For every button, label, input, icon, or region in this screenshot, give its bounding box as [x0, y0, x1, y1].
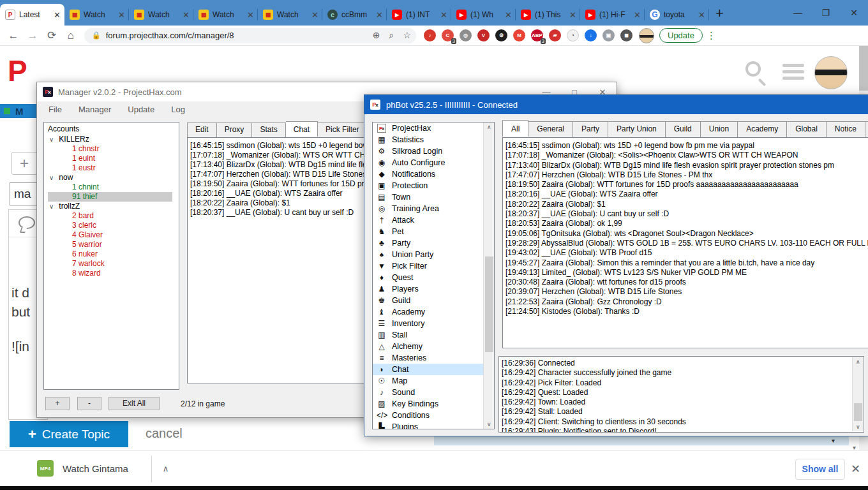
- tire-extension-icon[interactable]: ◎: [460, 29, 472, 41]
- manager-tab-stats[interactable]: Stats: [252, 122, 285, 138]
- chat-tab-party-union[interactable]: Party Union: [608, 121, 666, 138]
- scroll-up-icon[interactable]: ∧: [856, 359, 860, 365]
- phbot-item-academy[interactable]: ♝ Academy: [373, 306, 484, 318]
- gmail-extension-icon[interactable]: M: [513, 29, 525, 41]
- phbot-titlebar[interactable]: Px phBot v25.2.5 - IIIIIIIIIII - Connect…: [364, 95, 868, 114]
- editor-add-button[interactable]: +: [11, 152, 37, 175]
- cancel-link[interactable]: cancel: [146, 426, 183, 441]
- tab-toyota[interactable]: G toyota ✕: [645, 4, 709, 26]
- show-all-button[interactable]: Show all: [795, 459, 845, 480]
- downloader-extension-icon[interactable]: ↓: [585, 29, 597, 41]
- remove-account-button[interactable]: -: [77, 397, 101, 410]
- chat-tab-global[interactable]: Global: [787, 121, 827, 138]
- character-euint[interactable]: 1 euint: [48, 154, 179, 163]
- tab-watch-1[interactable]: ▦ Watch ✕: [64, 4, 129, 26]
- phbot-item-guild[interactable]: ♚ Guild: [373, 295, 484, 306]
- manager-tab-edit[interactable]: Edit: [187, 122, 217, 138]
- phbot-item-silkroad-login[interactable]: ⚙ Silkroad Login: [373, 145, 484, 157]
- phbot-item-pet[interactable]: ♞ Pet: [373, 226, 484, 237]
- phbot-item-chat[interactable]: ◗ Chat: [373, 364, 484, 375]
- forum-logo[interactable]: P: [8, 54, 27, 88]
- account-group-now[interactable]: now: [48, 173, 179, 182]
- tab-close-icon[interactable]: ✕: [311, 10, 318, 20]
- scrollbar-thumb[interactable]: [859, 46, 868, 91]
- shield-extension-icon[interactable]: V: [477, 29, 490, 41]
- puzzle-extension-icon[interactable]: ◼: [620, 29, 632, 41]
- phbot-item-inventory[interactable]: ☰ Inventory: [373, 318, 484, 329]
- window-maximize-button[interactable]: ❐: [812, 8, 840, 18]
- window-minimize-button[interactable]: —: [784, 8, 812, 18]
- sidebar-scrollbar[interactable]: ∧ ∨: [483, 122, 494, 429]
- back-button[interactable]: ←: [4, 29, 23, 42]
- phbot-item-key-bindings[interactable]: ▨ Key Bindings: [373, 398, 484, 410]
- chat-tab-guild[interactable]: Guild: [666, 121, 701, 138]
- adblock-plus-extension-icon[interactable]: ABP 3: [531, 29, 543, 41]
- manager-tab-chat[interactable]: Chat: [286, 121, 318, 137]
- address-bar[interactable]: 🔒 forum.projecthax.com/c/manager/8 ⊕ ⌕ ☆: [84, 28, 416, 43]
- chevron-up-icon[interactable]: ∧: [163, 464, 169, 473]
- tab-close-icon[interactable]: ✕: [247, 10, 254, 20]
- menu-file[interactable]: File: [49, 105, 62, 114]
- phbot-item-map[interactable]: ☉ Map: [373, 375, 484, 387]
- tab-close-icon[interactable]: ✕: [376, 10, 383, 20]
- tab-close-icon[interactable]: ✕: [569, 10, 576, 20]
- chat-tab-all[interactable]: All: [502, 120, 528, 137]
- phbot-item-statistics[interactable]: ▦ Statistics: [373, 134, 484, 145]
- account-group-trollzz[interactable]: trollzZ: [48, 202, 179, 211]
- volume-extension-icon[interactable]: ♪: [424, 29, 436, 41]
- tab-close-icon[interactable]: ✕: [505, 10, 512, 20]
- phbot-item-masteries[interactable]: ≡ Masteries: [373, 352, 484, 364]
- phbot-item-union-party[interactable]: ♠ Union Party: [373, 249, 484, 260]
- character-bard[interactable]: 2 bard: [48, 211, 179, 221]
- phbot-item-party[interactable]: ♣ Party: [373, 237, 484, 249]
- phbot-item-training-area[interactable]: ◎ Training Area: [373, 203, 484, 214]
- phbot-item-players[interactable]: ♟ Players: [373, 283, 484, 295]
- phbot-item-plugins[interactable]: ▙ Plugins: [373, 421, 484, 429]
- chrome-menu-icon[interactable]: ⋮: [707, 30, 716, 41]
- user-avatar[interactable]: [814, 56, 848, 89]
- chat-tab-union[interactable]: Union: [701, 121, 738, 138]
- character-cleric[interactable]: 3 cleric: [48, 221, 179, 230]
- tab-latest[interactable]: P Latest ✕: [0, 4, 64, 26]
- scroll-up-icon[interactable]: ∧: [487, 124, 491, 130]
- exit-all-button[interactable]: Exit All: [108, 397, 160, 410]
- chat-tab-private[interactable]: Private: [865, 121, 868, 138]
- tab-close-icon[interactable]: ✕: [440, 10, 447, 20]
- caret-down-icon[interactable]: ▾: [832, 437, 835, 444]
- menu-log[interactable]: Log: [171, 105, 185, 114]
- character-warrior[interactable]: 5 warrior: [48, 240, 179, 249]
- tab-youtube-3[interactable]: ▶ (1) This ✕: [516, 4, 580, 26]
- window-close-button[interactable]: ✕: [840, 8, 868, 18]
- phbot-item-sound[interactable]: ♪ Sound: [373, 387, 484, 398]
- new-tab-button[interactable]: +: [715, 5, 724, 22]
- hamburger-menu-icon[interactable]: [782, 64, 804, 83]
- shelf-close-icon[interactable]: ✕: [851, 462, 860, 476]
- bookmark-star-icon[interactable]: ☆: [403, 30, 411, 41]
- phbot-item-notifications[interactable]: ◆ Notifications: [373, 168, 484, 180]
- account-group-killerz[interactable]: KILLERz: [48, 135, 179, 144]
- gear-extension-icon[interactable]: ⚙: [495, 29, 507, 41]
- menu-manager[interactable]: Manager: [79, 105, 111, 114]
- tab-watch-3[interactable]: ▦ Watch ✕: [193, 4, 258, 26]
- character-nuker[interactable]: 6 nuker: [48, 249, 179, 259]
- zoom-icon[interactable]: ⊕: [373, 30, 380, 41]
- scroll-down-icon[interactable]: ∨: [856, 424, 860, 430]
- tab-close-icon[interactable]: ✕: [698, 10, 705, 20]
- phbot-item-auto-configure[interactable]: ◉ Auto Configure: [373, 157, 484, 168]
- manager-tab-pick-filter[interactable]: Pick Filter: [318, 122, 368, 138]
- home-button[interactable]: ⌂: [61, 29, 80, 42]
- chat-tab-general[interactable]: General: [528, 121, 573, 138]
- character-wizard[interactable]: 8 wizard: [48, 269, 179, 278]
- character-chnstr[interactable]: 1 chnstr: [48, 144, 179, 154]
- tab-close-icon[interactable]: ✕: [118, 10, 125, 20]
- red-extension-icon[interactable]: ▰: [549, 29, 561, 41]
- phbot-item-projecthax[interactable]: Px ProjectHax: [373, 122, 484, 134]
- chat-tab-party[interactable]: Party: [573, 121, 608, 138]
- tab-youtube-4[interactable]: ▶ (1) Hi-F ✕: [580, 4, 645, 26]
- log-scrollbar[interactable]: ∧ ∨: [852, 357, 863, 431]
- search-icon[interactable]: [745, 61, 761, 77]
- url-text[interactable]: forum.projecthax.com/c/manager/8: [106, 31, 234, 40]
- tab-close-icon[interactable]: ✕: [54, 10, 61, 20]
- download-item[interactable]: MP4 Watch Gintama ∧: [37, 460, 168, 477]
- chat-tab-notice[interactable]: Notice: [827, 121, 865, 138]
